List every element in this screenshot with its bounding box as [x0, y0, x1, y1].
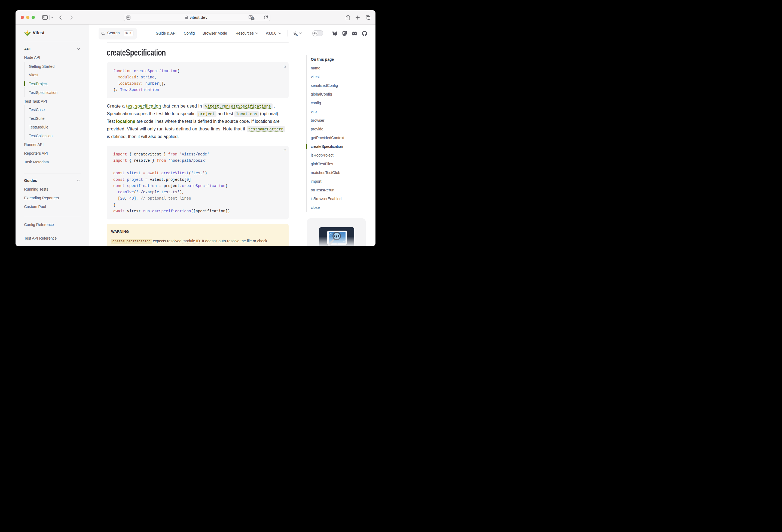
- svg-text:A: A: [295, 33, 297, 36]
- svg-text:文: 文: [252, 17, 254, 20]
